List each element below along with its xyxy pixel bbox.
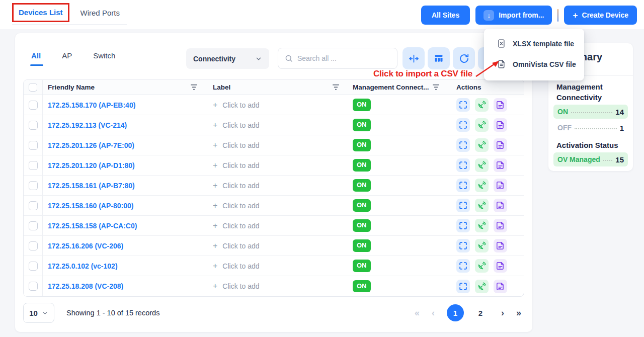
row-checkbox[interactable] [29, 101, 38, 110]
expand-icon[interactable] [456, 138, 470, 152]
click-to-add-label[interactable]: Click to add [222, 121, 259, 129]
column-resize-icon[interactable] [403, 47, 425, 69]
satellite-icon[interactable] [475, 280, 489, 293]
device-link[interactable]: 172.25.192.113 (VC-214) [48, 121, 127, 129]
device-link[interactable]: 172.25.158.158 (AP-CA:C0) [48, 222, 137, 230]
expand-icon[interactable] [456, 280, 470, 293]
filter-icon[interactable] [332, 84, 340, 91]
search-input[interactable] [297, 54, 391, 62]
click-to-add-label[interactable]: Click to add [222, 282, 259, 290]
stat-value: 14 [615, 108, 624, 116]
row-checkbox[interactable] [29, 201, 38, 210]
expand-icon[interactable] [456, 259, 470, 273]
click-to-add-label[interactable]: Click to add [222, 202, 259, 210]
document-icon[interactable] [494, 158, 507, 172]
click-to-add-label[interactable]: Click to add [222, 242, 259, 250]
last-page-icon[interactable]: » [516, 308, 521, 318]
expand-icon[interactable] [456, 158, 470, 172]
tab-wired-ports[interactable]: Wired Ports [69, 5, 127, 21]
click-to-add-label[interactable]: Click to add [222, 182, 259, 190]
satellite-icon[interactable] [475, 259, 489, 273]
device-link[interactable]: 172.25.16.206 (VC-206) [48, 242, 123, 250]
document-icon[interactable] [494, 199, 507, 212]
click-to-add-label[interactable]: Click to add [222, 222, 259, 230]
filter-icon[interactable] [432, 84, 440, 91]
stat-label: ON [557, 108, 568, 116]
connectivity-filter-select[interactable]: Connectivity [186, 48, 269, 69]
expand-icon[interactable] [456, 98, 470, 112]
page-button-1[interactable]: 1 [447, 304, 464, 321]
device-link[interactable]: 172.25.158.160 (AP-80:00) [48, 202, 133, 210]
import-from-button[interactable]: ↓ Import from... [475, 6, 552, 25]
document-icon[interactable] [494, 259, 507, 273]
row-label-cell: +Click to add [209, 262, 351, 271]
import-from-label: Import from... [499, 11, 544, 19]
row-checkbox[interactable] [29, 181, 38, 190]
click-to-add-label[interactable]: Click to add [222, 141, 259, 149]
device-link[interactable]: 172.25.201.126 (AP-7E:00) [48, 141, 134, 149]
first-page-icon[interactable]: « [415, 308, 420, 318]
prev-page-icon[interactable]: ‹ [432, 308, 435, 318]
tab-devices-list[interactable]: Devices List [19, 8, 63, 17]
menu-item-csv[interactable]: OmniVista CSV file [484, 54, 584, 74]
satellite-icon[interactable] [475, 158, 489, 172]
page-size-select[interactable]: 10 [23, 303, 54, 323]
type-tab-ap[interactable]: AP [62, 51, 72, 66]
next-page-icon[interactable]: › [501, 308, 504, 318]
satellite-icon[interactable] [475, 199, 489, 212]
plus-icon: + [213, 101, 217, 110]
row-checkbox[interactable] [29, 241, 38, 250]
row-checkbox[interactable] [29, 221, 38, 230]
click-to-add-label[interactable]: Click to add [222, 262, 259, 270]
row-checkbox[interactable] [29, 141, 38, 150]
document-icon[interactable] [494, 98, 507, 112]
type-tab-all[interactable]: All [31, 51, 41, 66]
satellite-icon[interactable] [475, 98, 489, 112]
device-link[interactable]: 172.25.0.102 (vc-102) [48, 262, 118, 270]
plus-icon: + [213, 282, 217, 291]
device-link[interactable]: 172.25.201.120 (AP-D1:80) [48, 161, 135, 170]
satellite-icon[interactable] [475, 138, 489, 152]
click-to-add-label[interactable]: Click to add [222, 161, 259, 170]
row-checkbox[interactable] [29, 161, 38, 170]
type-tab-switch[interactable]: Switch [93, 51, 115, 66]
row-checkbox[interactable] [29, 262, 38, 271]
columns-icon[interactable] [428, 47, 450, 69]
refresh-icon[interactable] [453, 47, 475, 69]
row-checkbox[interactable] [29, 121, 38, 130]
row-label-cell: +Click to add [209, 141, 351, 150]
pagination: « ‹ 12 › » [415, 304, 524, 321]
device-link[interactable]: 172.25.158.170 (AP-EB:40) [48, 101, 135, 109]
row-checkbox[interactable] [29, 282, 38, 291]
dotted-leader [575, 128, 617, 129]
document-icon[interactable] [494, 118, 507, 132]
all-sites-button[interactable]: All Sites [421, 6, 470, 25]
satellite-icon[interactable] [475, 179, 489, 192]
satellite-icon[interactable] [475, 118, 489, 132]
filter-icon[interactable] [190, 84, 198, 91]
expand-icon[interactable] [456, 179, 470, 192]
click-to-add-label[interactable]: Click to add [222, 101, 259, 109]
document-icon[interactable] [494, 219, 507, 232]
device-link[interactable]: 172.25.158.161 (AP-B7:80) [48, 182, 135, 190]
stat-value: 1 [620, 124, 624, 132]
row-status-cell: ON [351, 260, 454, 272]
document-icon[interactable] [494, 138, 507, 152]
expand-icon[interactable] [456, 118, 470, 132]
create-device-button[interactable]: + Create Device [564, 6, 637, 25]
expand-icon[interactable] [456, 199, 470, 212]
expand-icon[interactable] [456, 239, 470, 252]
menu-item-xlsx[interactable]: XLSX template file [484, 33, 584, 54]
document-icon[interactable] [494, 280, 507, 293]
page-button-2[interactable]: 2 [472, 304, 489, 321]
expand-icon[interactable] [456, 219, 470, 232]
select-all-checkbox[interactable] [29, 83, 37, 92]
satellite-icon[interactable] [475, 239, 489, 252]
device-link[interactable]: 172.25.18.208 (VC-208) [48, 282, 123, 290]
satellite-icon[interactable] [475, 219, 489, 232]
document-icon[interactable] [494, 239, 507, 252]
row-checkbox-cell [24, 216, 43, 235]
row-actions-cell [454, 219, 524, 232]
download-icon: ↓ [484, 10, 494, 21]
document-icon[interactable] [494, 179, 507, 192]
